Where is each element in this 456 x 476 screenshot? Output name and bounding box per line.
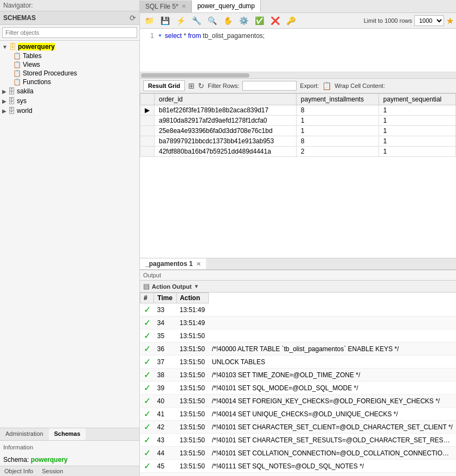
sql-line-1: 1 ● select * from tb_olist_pagamentos; [143, 32, 453, 40]
settings-button[interactable]: ⚙️ [236, 15, 251, 27]
col-header-payment-sequential[interactable]: payment_sequential [378, 94, 455, 105]
action-output-label[interactable]: Action Output [152, 283, 191, 290]
schema-display: Schema: powerquery [0, 454, 139, 466]
limit-dropdown[interactable]: 1000 500 200 [414, 15, 444, 26]
output-cell-time: 13:51:50 [176, 434, 209, 447]
execute-button[interactable]: ⚡ [174, 15, 188, 27]
output-cell-status: ✓ [140, 369, 154, 382]
scroll-thumb[interactable] [141, 73, 249, 78]
status-ok-icon: ✓ [144, 409, 151, 418]
favorite-icon[interactable]: ★ [446, 16, 454, 26]
output-cell-status: ✓ [140, 460, 154, 473]
export-icon-button[interactable]: 📋 [322, 81, 331, 90]
result-table-wrapper[interactable]: order_id payment_installments payment_se… [140, 93, 456, 258]
tree-arrow-sakila[interactable]: ▶ [2, 88, 7, 94]
status-ok-icon: ✓ [144, 448, 151, 458]
filter-rows-input[interactable] [242, 81, 297, 91]
sql-keyword-select: select [165, 32, 182, 40]
commit-button[interactable]: ✅ [252, 15, 267, 27]
tree-item-tables[interactable]: 📋 Tables [0, 52, 139, 60]
output-cell-action: /*!40101 SET CHARACTER_SET_CLIENT=@OLD_C… [209, 421, 456, 434]
result-grid-button[interactable]: Result Grid [143, 80, 185, 91]
output-cell-status: ✓ [140, 303, 154, 316]
explain-button[interactable]: 🔧 [189, 15, 204, 27]
status-ok-icon: ✓ [144, 396, 151, 405]
status-ok-icon: ✓ [144, 305, 151, 314]
tree-item-stored-procedures[interactable]: 📋 Stored Procedures [0, 69, 139, 78]
tree-item-sys[interactable]: ▶ 🗄 sys [0, 96, 139, 106]
col-header-payment-installments[interactable]: payment_installments [296, 94, 378, 105]
table-row[interactable]: 25e8ea4e93396b6fa0d3dd708e76c1bd 1 1 [140, 126, 456, 136]
tab-power-query-dump-label: power_query_dump [197, 2, 255, 10]
tab-session[interactable]: Session [37, 466, 67, 476]
schema-tree: ▼ 🗄 powerquery 📋 Tables 📋 Views 📋 Stored… [0, 41, 139, 428]
limit-label: Limit to 1000 rows [364, 17, 412, 24]
output-cell-action: /*!40014 SET FOREIGN_KEY_CHECKS=@OLD_FOR… [209, 395, 456, 408]
output-cell-time: 13:51:50 [176, 408, 209, 421]
open-button[interactable]: 📁 [142, 15, 157, 27]
database-icon-powerquery: 🗄 [9, 42, 16, 51]
tree-arrow-sys[interactable]: ▶ [2, 98, 7, 104]
status-ok-icon: ✓ [144, 344, 151, 353]
table-row[interactable]: ba78997921bbcdc1373bb41e913ab953 8 1 [140, 136, 456, 147]
result-form-button[interactable]: ⊞ [188, 81, 195, 90]
table-row[interactable]: 42fdf880ba16b47b59251dd489d4441a 2 1 [140, 147, 456, 157]
output-cell-num: 37 [154, 356, 176, 369]
output-cell-action [209, 316, 456, 329]
stop-button[interactable]: ✋ [221, 15, 235, 27]
refresh-icon[interactable]: ⟳ [130, 14, 136, 22]
status-ok-icon: ✓ [144, 422, 151, 431]
tree-item-functions[interactable]: 📋 Functions [0, 78, 139, 86]
tab-power-query-dump[interactable]: power_query_dump [192, 0, 261, 12]
tree-arrow-world[interactable]: ▶ [2, 108, 7, 114]
rollback-button[interactable]: ❌ [268, 15, 282, 27]
tree-item-views[interactable]: 📋 Views [0, 60, 139, 69]
output-cell-num: 38 [154, 369, 176, 382]
result-tab-close[interactable]: ✕ [196, 261, 201, 267]
export-label: Export: [300, 82, 319, 89]
output-scroll[interactable]: # Time Action ✓ 33 13:51:49 ✓ 34 13:51:4… [140, 293, 456, 476]
output-cell-action: /*!40101 SET CHARACTER_SET_RESULTS=@OLD_… [209, 434, 456, 447]
row-indicator [140, 126, 155, 136]
output-row: ✓ 37 13:51:50 UNLOCK TABLES [140, 356, 457, 369]
cell-payment-sequential: 1 [378, 147, 455, 157]
search-button[interactable]: 🔍 [205, 15, 220, 27]
save-button[interactable]: 💾 [158, 15, 172, 27]
tree-arrow-powerquery[interactable]: ▼ [2, 44, 8, 50]
schemas-title: SCHEMAS [3, 14, 36, 22]
col-header-order-id[interactable]: order_id [155, 94, 297, 105]
output-cell-time: 13:51:50 [176, 329, 209, 342]
horizontal-scrollbar[interactable] [140, 72, 456, 79]
cell-payment-sequential: 1 [378, 136, 455, 147]
result-tab-label: _pagamentos 1 [145, 260, 192, 268]
tree-item-sakila[interactable]: ▶ 🗄 sakila [0, 86, 139, 96]
filter-objects-input[interactable] [2, 27, 137, 38]
filter-rows-label: Filter Rows: [208, 82, 239, 89]
sidebar: Navigator: SCHEMAS ⟳ ▼ 🗄 powerquery 📋 Ta… [0, 0, 140, 476]
sql-editor[interactable]: 1 ● select * from tb_olist_pagamentos; [140, 29, 456, 72]
output-cell-action: /*!40103 SET TIME_ZONE=@OLD_TIME_ZONE */ [209, 369, 456, 382]
navigator-header: Navigator: [0, 0, 139, 11]
tab-administration[interactable]: Administration [0, 428, 49, 440]
status-ok-icon: ✓ [144, 435, 151, 445]
output-cell-action: /*!40101 SET COLLATION_CONNECTION=@OLD_C… [209, 447, 456, 460]
output-cell-status: ✓ [140, 342, 154, 356]
key-button[interactable]: 🔑 [284, 15, 298, 27]
cell-order-id: 25e8ea4e93396b6fa0d3dd708e76c1bd [155, 126, 297, 136]
tab-schemas[interactable]: Schemas [49, 428, 86, 440]
tab-sql-file-5-close[interactable]: ✕ [182, 3, 186, 9]
output-cell-action [209, 303, 456, 316]
tab-object-info[interactable]: Object Info [0, 466, 37, 476]
table-row[interactable]: a9810da82917af2d9aefd1278f1dcfa0 1 1 [140, 116, 456, 126]
output-cell-status: ✓ [140, 316, 154, 329]
status-ok-icon: ✓ [144, 383, 151, 392]
tab-sql-file-5[interactable]: SQL File 5* ✕ [140, 1, 192, 12]
result-tab-pagamentos[interactable]: _pagamentos 1 ✕ [140, 258, 206, 269]
result-refresh-button[interactable]: ↻ [198, 81, 204, 90]
output-cell-num: 34 [154, 316, 176, 329]
output-dropdown-arrow[interactable]: ▼ [194, 283, 199, 289]
table-row[interactable]: ▶ b81ef226f3fe1789b1e8b2acac839d17 8 1 [140, 105, 456, 116]
tree-item-powerquery[interactable]: ▼ 🗄 powerquery [0, 42, 139, 52]
tree-item-world[interactable]: ▶ 🗄 world [0, 106, 139, 116]
result-table: order_id payment_installments payment_se… [140, 93, 456, 157]
